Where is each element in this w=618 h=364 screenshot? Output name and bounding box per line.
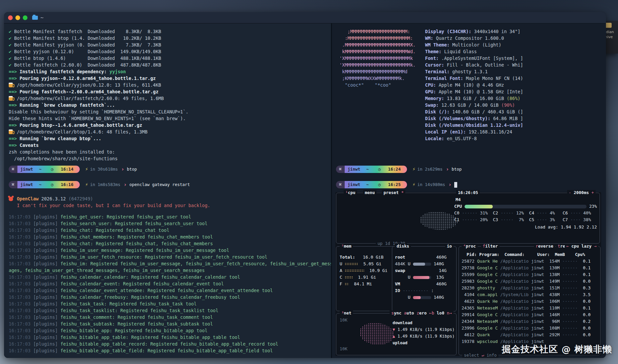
terminal-line: swap 14G bbox=[395, 267, 447, 274]
terminal-line: Disable this behaviour by setting `HOMEB… bbox=[9, 108, 188, 115]
btop-disks-tab[interactable]: disks bbox=[395, 244, 411, 249]
clock-icon: ◷ bbox=[375, 166, 384, 173]
terminal-line: ✔ Bottle btop (1.4.6) Downloaded 488.1KB… bbox=[9, 55, 188, 62]
terminal-line: IO ·········· : bbox=[395, 287, 447, 294]
terminal-line: ==> Caveats bbox=[9, 142, 188, 149]
terminal-line: Terminal: ghostty 1.3.1 bbox=[425, 68, 523, 75]
btop-net-options[interactable]: sync auto zero ←b lo0 n→ bbox=[390, 310, 454, 316]
terminal-line: 16:17:03 [plugins] feishu_search_user: R… bbox=[9, 220, 333, 227]
terminal-line: 'XMMMMMMMMMMMMMMMMMMMMMMMMk bbox=[337, 55, 416, 62]
btop-clock: 16:26:05 bbox=[456, 190, 480, 195]
terminal-line: Display (C34CHR): 3440x1440 in 34"] bbox=[425, 28, 523, 35]
btop-sort-control[interactable]: ← cpu lazy → bbox=[565, 244, 598, 249]
btop-proc-tab[interactable]: ⁴proc bbox=[462, 244, 478, 249]
btop-menu-button[interactable]: menu bbox=[363, 190, 376, 195]
terminal-line: 16:17:03 [plugins] feishu_chat: Register… bbox=[9, 240, 333, 247]
duration-icon: ⚡ bbox=[85, 166, 88, 173]
btop-reverse-button[interactable]: reverse bbox=[534, 244, 555, 249]
terminal-line: ==> Pouring btop--1.4.6.arm64_tahoe.bott… bbox=[9, 122, 188, 128]
terminal-line: ✔ Bottle Manifest fastfetch Downloaded 8… bbox=[9, 28, 188, 35]
terminal-line: ✔ Bottle Manifest yyjson (0. Downloaded … bbox=[9, 41, 188, 48]
btop-refresh-rate-control[interactable]: - 2000ms + bbox=[567, 190, 596, 195]
terminal-line: Disk (/Volumes/Obsidian 1.12.4-univ] bbox=[425, 122, 523, 128]
close-button[interactable] bbox=[8, 15, 13, 20]
terminal-pane-right[interactable]: ;MMMMMMMMMMMMMMMMMMMMM: :MMMMMMMMMMMMMMM… bbox=[332, 23, 606, 358]
terminal-line: Disk (/Volumes/Ghostty): 64.86 MiB ] bbox=[425, 115, 523, 122]
process-row[interactable]: 29914 Google C /Applicatio jinwt 146M ··… bbox=[462, 311, 591, 318]
net-scale-bottom: 10K bbox=[340, 346, 347, 352]
terminal-line: download bbox=[393, 320, 455, 326]
process-row[interactable]: 4612 Quark /Applicatio jinwt 292M ······… bbox=[462, 332, 591, 338]
terminal-line: 16:17:03 [plugins] feishu_bitable_app_ta… bbox=[9, 334, 333, 341]
clock-icon: ◷ bbox=[48, 166, 57, 173]
process-row[interactable]: 25983 Google C /Applicatio jinwt 149M ··… bbox=[462, 278, 591, 285]
apple-icon: ⌘ bbox=[336, 181, 345, 188]
background-app-text-2: nive bbox=[605, 34, 617, 39]
terminal-line: /opt/homebrew/share/zsh/site-functions bbox=[9, 155, 188, 162]
process-row[interactable]: 23996 Google C /Applicatio jinwt 108M ··… bbox=[462, 325, 591, 332]
terminal-line: WM: Quartz Compositor 1.600.0 bbox=[425, 35, 523, 41]
prompt-command: openclaw gateway restart bbox=[129, 181, 190, 188]
prompt-path: ~ bbox=[36, 181, 45, 188]
terminal-line: Total: 16.0 GiB bbox=[340, 254, 390, 261]
process-row[interactable]: 25872 Quark He /Applicatio jinwt 154M ··… bbox=[462, 258, 591, 265]
process-table: 25872 Quark He /Applicatio jinwt 154M ··… bbox=[462, 258, 591, 345]
terminal-line: ▲ 1.49 KiB/s (11.9 Kibps) bbox=[393, 333, 455, 340]
btop-mem-tab[interactable]: ²mem bbox=[340, 244, 353, 249]
prompt-duration: in 30s618ms bbox=[90, 166, 118, 173]
terminal-pane-left[interactable]: ✔ Bottle Manifest fastfetch Downloaded 8… bbox=[4, 23, 331, 358]
prompt-duration: in 1m8s583ms bbox=[90, 181, 120, 188]
process-row[interactable]: 24344 NeteaseM /Applicatio jinwt 96M ···… bbox=[462, 318, 591, 325]
shell-prompt-4[interactable]: ⌘ jinwt ~ ◷16:25 ⚡in 14s980ms › bbox=[336, 181, 457, 189]
terminal-line: 16:17:03 [plugins] feishu_bitable_app_ta… bbox=[9, 347, 333, 354]
duration-icon: ⚡ bbox=[85, 181, 88, 188]
cpu-model-label: M4 bbox=[454, 196, 597, 203]
terminal-line: Theme: Liquid Glass bbox=[425, 48, 523, 55]
process-row[interactable]: 25599 Google C /Applicatio jinwt 138M ··… bbox=[462, 271, 591, 278]
btop-cpu-tab[interactable]: ¹cpu bbox=[344, 190, 357, 195]
cpu-meter-bar bbox=[465, 205, 587, 208]
terminal-line: Hide these hints with `HOMEBREW_NO_ENV_H… bbox=[9, 115, 188, 122]
terminal-line: upload bbox=[393, 340, 455, 346]
process-row[interactable]: 4104 com.appl /System/Lib jinwt 438M ···… bbox=[462, 291, 591, 298]
process-row[interactable]: 29738 Google C /Applicatio jinwt 130M ··… bbox=[462, 265, 591, 271]
memory-stats: Total: 16.0 GiBU 5.05 GiA 10.9 GiC 1.91 … bbox=[340, 254, 390, 287]
minimize-button[interactable] bbox=[15, 15, 20, 20]
shell-prompt-2: ⌘ jinwt ~ ◷16:16 ⚡in 1m8s583ms › opencla… bbox=[9, 181, 190, 189]
process-row[interactable]: 24365 NeteaseM /Applicatio jinwt 110M ··… bbox=[462, 305, 591, 311]
terminal-line: 'XMMMMMMMMMMMMMMMMMMMMMMMMk. bbox=[337, 62, 416, 68]
titlebar[interactable]: ~ bbox=[4, 12, 606, 23]
btop-proc-box: ⁴proc filter reverse tree ← cpu lazy → P… bbox=[459, 246, 601, 355]
terminal-line: C 1.91 Gi bbox=[340, 274, 390, 281]
terminal-line: U 5.05 Gi bbox=[340, 261, 390, 267]
clock-icon: ◷ bbox=[48, 181, 57, 188]
watermark: 掘金技术社区 @ 树獭非懒 bbox=[502, 344, 612, 355]
shell-prompt-3: ⌘ jinwt ~ ◷16:24 ⚡in 2s629ms › btop bbox=[336, 165, 462, 173]
terminal-line: 16:17:03 [plugins] feishu_bitable_app: R… bbox=[9, 327, 333, 334]
process-row[interactable]: 4623 Quark He /Applicatio jinwt 106M ···… bbox=[462, 298, 591, 305]
process-row[interactable]: 28230 ghostty /Applicatio jinwt 151M ···… bbox=[462, 285, 591, 291]
prompt-user: jinwt bbox=[17, 181, 36, 188]
terminal-line: root 460G bbox=[395, 254, 447, 261]
terminal-line: I can't fix your code taste, but I can f… bbox=[9, 202, 210, 209]
prompt-chevron-icon: › bbox=[124, 181, 127, 188]
terminal-line: U 13G bbox=[395, 274, 447, 281]
load-average: Load avg: 1.94 1.92 2.12 bbox=[454, 223, 597, 231]
btop-io-tab[interactable]: io bbox=[445, 244, 454, 249]
network-stats: download▼ 1.49 KiB/s (11.9 Kibps)▲ 1.49 … bbox=[393, 320, 455, 346]
background-app-text-1: idian bbox=[605, 29, 617, 34]
terminal-line: "cooc*" "*coo" bbox=[337, 82, 416, 88]
duration-icon: ⚡ bbox=[412, 166, 415, 173]
fastfetch-system-info: Display (C34CHR): 3440x1440 in 34"]WM: Q… bbox=[425, 28, 523, 142]
zoom-button[interactable] bbox=[23, 15, 27, 20]
btop-filter-button[interactable]: filter bbox=[481, 244, 499, 249]
terminal-line: Cursor: Fill - Black, Outline - Whi] bbox=[425, 62, 523, 68]
btop-preset-button[interactable]: preset * bbox=[382, 190, 405, 195]
terminal-line: 16:17:03 [plugins] feishu_get_user: Regi… bbox=[9, 213, 333, 220]
btop-net-tab[interactable]: ³net bbox=[340, 310, 353, 316]
terminal-line: ;KMMMMMMMWXXWMMMMMMMMk. bbox=[337, 75, 416, 82]
terminal-line: C1 ······ 20% C3 ····· 7% C5 ···· 3% C7 … bbox=[454, 216, 597, 223]
btop-mem-box: ²mem Total: 16.0 GiBU 5.05 GiA 10.9 GiC … bbox=[336, 246, 457, 311]
terminal-line: ==> Installing fastfetch dependency: yyj… bbox=[9, 68, 188, 75]
terminal-line: /opt/homebrew/Cellar/fastfetch/2.60.0: 4… bbox=[9, 95, 188, 102]
